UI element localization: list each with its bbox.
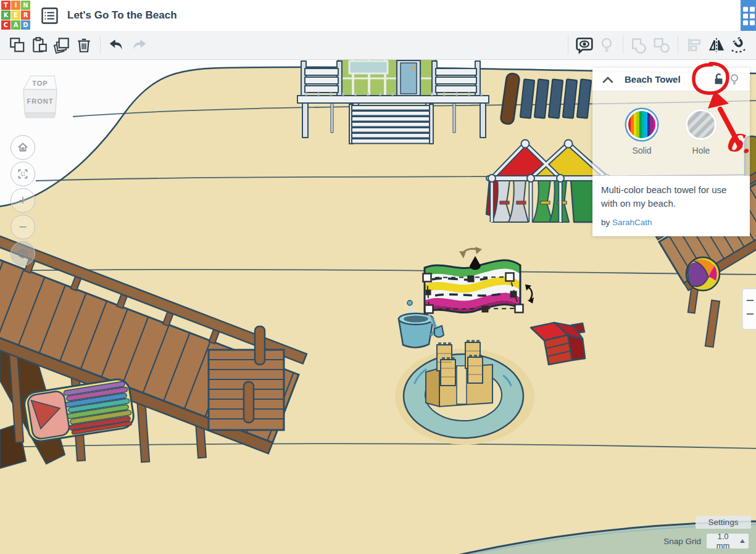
chevron-up-icon xyxy=(602,75,614,84)
lightbulb-icon xyxy=(728,73,741,86)
scale-handle xyxy=(506,273,514,281)
shape-inspector-panel: Beach Towel Solid xyxy=(592,68,750,236)
eye-bubble-icon xyxy=(575,36,594,54)
hole-swatch[interactable] xyxy=(686,109,717,140)
scale-handle xyxy=(423,274,431,282)
design-title[interactable]: Let's Go To the Beach xyxy=(67,9,177,22)
unlock-icon xyxy=(712,73,725,86)
mid-scale-handle xyxy=(482,306,489,313)
view-cube-front-label: FRONT xyxy=(27,97,54,105)
toolbar-separator xyxy=(568,36,568,54)
undo-button[interactable] xyxy=(106,34,128,56)
view-cube[interactable]: TOP FRONT xyxy=(17,72,62,125)
ungroup-icon xyxy=(652,36,671,54)
shape-name-label: Beach Towel xyxy=(625,74,710,85)
logo-tile: C xyxy=(1,20,10,30)
solid-color-swatch[interactable] xyxy=(626,109,657,140)
hole-label: Hole xyxy=(692,146,710,155)
copy-icon xyxy=(9,36,26,54)
lightbulb-icon xyxy=(598,36,615,54)
delete-button[interactable] xyxy=(73,34,95,56)
toolbar-separator xyxy=(100,36,101,54)
hide-selected-button[interactable] xyxy=(596,34,618,56)
plus-glyph: + xyxy=(19,192,27,209)
collapse-panel-button[interactable] xyxy=(600,72,616,88)
author-link[interactable]: SarahCath xyxy=(612,218,652,227)
logo-tile: T xyxy=(1,1,10,10)
logo-tile: I xyxy=(11,1,20,10)
align-icon xyxy=(686,36,703,54)
byline: by SarahCath xyxy=(601,217,741,229)
scale-handle xyxy=(515,305,523,313)
logo-tile: A xyxy=(11,20,20,30)
hole-option[interactable]: Hole xyxy=(671,109,731,155)
show-all-button[interactable] xyxy=(573,34,596,56)
snap-grid-select[interactable]: 1.0 mm xyxy=(707,534,749,548)
zoom-in-button[interactable]: + xyxy=(10,188,35,213)
inspector-header: Beach Towel xyxy=(592,68,750,91)
fit-view-icon xyxy=(16,167,30,181)
fit-view-button[interactable] xyxy=(10,162,35,186)
duplicate-button[interactable] xyxy=(51,34,73,56)
logo-tile: R xyxy=(21,10,30,20)
beach-ball[interactable] xyxy=(686,257,720,291)
minus-glyph: − xyxy=(19,219,27,235)
tinkercad-logo[interactable]: T I N K E R C A D xyxy=(1,0,31,31)
mirror-button[interactable] xyxy=(705,34,728,56)
undo-icon xyxy=(107,36,126,54)
toolbar-separator xyxy=(678,36,678,54)
edge-tooltip xyxy=(742,289,756,329)
list-menu-icon xyxy=(41,7,58,24)
view-controls: + − xyxy=(10,135,35,266)
workplane-snap-button[interactable] xyxy=(728,34,750,56)
magnet-icon xyxy=(729,36,748,54)
apps-grid-button[interactable] xyxy=(741,0,756,31)
logo-tile: N xyxy=(21,1,30,10)
hide-shape-button[interactable] xyxy=(726,72,742,88)
mirror-icon xyxy=(707,36,726,54)
mid-scale-handle xyxy=(468,276,475,283)
trash-icon xyxy=(75,36,93,54)
group-icon xyxy=(630,36,649,54)
home-icon xyxy=(16,141,30,154)
tinkercad-app: T I N K E R C A D Let's Go To the Beach xyxy=(0,0,756,554)
viewport-canvas[interactable]: TOP FRONT + − xyxy=(0,60,756,554)
logo-tile: E xyxy=(11,10,20,20)
mid-scale-handle xyxy=(510,291,517,298)
description-text: Multi-color beach towel for use with on … xyxy=(601,184,726,209)
solid-option[interactable]: Solid xyxy=(612,109,671,155)
toolbar-separator xyxy=(623,36,623,54)
snap-grid-value: 1.0 mm xyxy=(710,532,736,550)
logo-tile: D xyxy=(21,20,30,30)
apps-grid-icon xyxy=(743,7,748,12)
settings-button[interactable]: Settings xyxy=(696,516,751,529)
align-button[interactable] xyxy=(683,34,705,56)
scale-handle xyxy=(425,305,433,313)
caret-up-icon xyxy=(740,539,745,543)
redo-icon xyxy=(130,36,148,54)
perspective-toggle-button[interactable] xyxy=(10,241,35,266)
solid-label: Solid xyxy=(632,146,651,155)
paste-button[interactable] xyxy=(28,34,51,56)
snap-grid-row: Snap Grid 1.0 mm xyxy=(663,534,749,548)
copy-button[interactable] xyxy=(6,34,28,56)
design-menu-button[interactable] xyxy=(40,6,59,25)
perspective-cube-icon xyxy=(16,247,30,260)
top-bar: T I N K E R C A D Let's Go To the Beach xyxy=(0,0,756,31)
toolbar xyxy=(0,31,756,60)
paste-icon xyxy=(31,36,48,54)
ungroup-button[interactable] xyxy=(650,34,673,56)
inspector-body: Solid Hole xyxy=(592,91,750,176)
snap-grid-label: Snap Grid xyxy=(663,537,701,546)
mid-scale-handle xyxy=(426,290,431,296)
group-button[interactable] xyxy=(628,34,650,56)
lock-toggle-button[interactable] xyxy=(710,72,726,88)
home-view-button[interactable] xyxy=(10,135,35,160)
shape-description: Multi-color beach towel for use with on … xyxy=(592,176,750,236)
duplicate-icon xyxy=(52,36,71,54)
redo-button[interactable] xyxy=(128,34,150,56)
zoom-out-button[interactable]: − xyxy=(10,215,35,239)
logo-tile: K xyxy=(1,10,10,20)
view-cube-top-label: TOP xyxy=(32,80,48,87)
